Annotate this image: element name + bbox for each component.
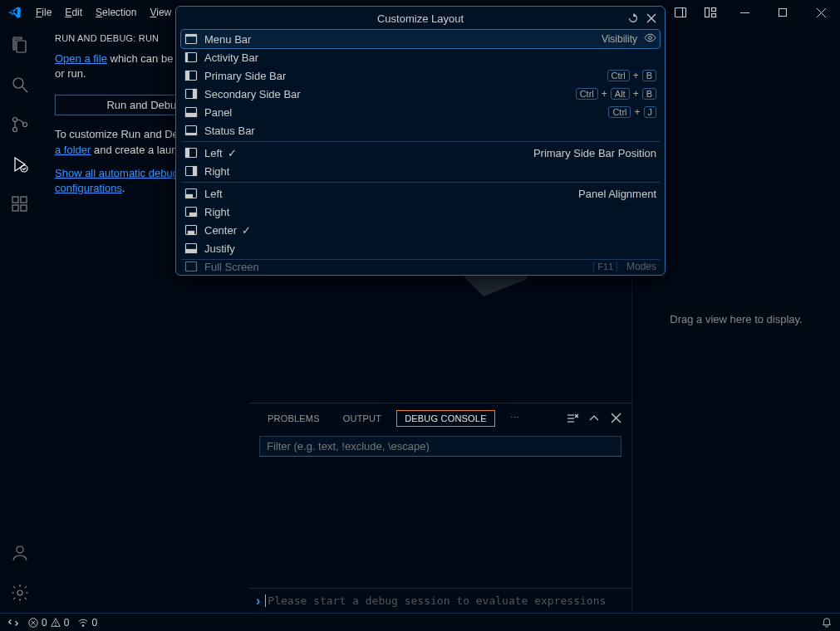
debug-input-row[interactable]: › Please start a debug session to evalua… bbox=[249, 588, 631, 613]
popup-row-secondary-sidebar[interactable]: Secondary Side Bar Ctrl+Alt+B bbox=[176, 85, 665, 103]
popup-row-panel[interactable]: Panel Ctrl+J bbox=[176, 103, 665, 121]
activity-bar-layout-icon bbox=[184, 51, 198, 64]
status-bar: 0 0 0 bbox=[0, 613, 840, 631]
popup-row-panel-left[interactable]: Left Panel Alignment bbox=[176, 184, 665, 203]
debug-input-placeholder: Please start a debug session to evaluate… bbox=[265, 594, 606, 607]
panel-layout-icon bbox=[184, 105, 198, 119]
svg-rect-22 bbox=[21, 197, 27, 203]
check-icon: ✓ bbox=[228, 147, 237, 159]
menu-view[interactable]: View bbox=[143, 3, 178, 22]
menu-bar-icon bbox=[184, 32, 198, 46]
popup-separator bbox=[181, 182, 660, 183]
svg-rect-20 bbox=[12, 205, 18, 211]
secondary-sidebar-layout-icon bbox=[184, 87, 198, 100]
panel: PROBLEMS OUTPUT DEBUG CONSOLE ⋯ › Please… bbox=[249, 403, 631, 613]
panel-left-icon bbox=[184, 187, 198, 200]
panel-center-icon bbox=[184, 223, 198, 237]
popup-row-menubar[interactable]: Menu Bar Visibility bbox=[181, 30, 660, 48]
fullscreen-icon bbox=[184, 262, 198, 271]
popup-separator bbox=[181, 259, 660, 260]
svg-rect-48 bbox=[186, 71, 189, 81]
svg-rect-64 bbox=[189, 232, 194, 235]
debug-filter-input[interactable] bbox=[259, 436, 621, 457]
menu-selection[interactable]: Selection bbox=[89, 3, 143, 22]
panel-justify-icon bbox=[184, 242, 198, 255]
show-all-configs-link[interactable]: Show all automatic debug configurations bbox=[55, 167, 179, 194]
menu-file[interactable]: FFileile bbox=[29, 3, 58, 22]
popup-row-primary-left[interactable]: Left ✓ Primary Side Bar Position bbox=[176, 144, 665, 162]
primary-sidebar-layout-icon bbox=[184, 69, 198, 82]
panel-tabs: PROBLEMS OUTPUT DEBUG CONSOLE ⋯ bbox=[249, 404, 631, 433]
popup-row-primary-sidebar[interactable]: Primary Side Bar Ctrl+B bbox=[176, 66, 665, 85]
chevron-right-icon: › bbox=[256, 594, 260, 609]
popup-row-panel-justify[interactable]: Justify bbox=[176, 239, 665, 257]
status-notifications-icon[interactable] bbox=[817, 617, 837, 629]
svg-point-38 bbox=[55, 625, 56, 626]
extensions-icon[interactable] bbox=[0, 184, 40, 224]
svg-rect-54 bbox=[186, 134, 197, 135]
menu-edit[interactable]: Edit bbox=[58, 3, 89, 22]
panel-close-icon[interactable] bbox=[607, 409, 625, 428]
svg-rect-4 bbox=[675, 8, 686, 17]
run-and-debug-icon[interactable] bbox=[0, 144, 40, 184]
svg-rect-60 bbox=[186, 195, 193, 198]
svg-line-14 bbox=[22, 87, 27, 92]
popup-reset-icon[interactable] bbox=[625, 10, 641, 27]
debug-console-body bbox=[249, 462, 631, 588]
popup-row-panel-right[interactable]: Right bbox=[176, 203, 665, 221]
status-errors[interactable]: 0 0 bbox=[23, 617, 73, 629]
settings-gear-icon[interactable] bbox=[0, 573, 40, 613]
open-file-link[interactable]: Open a file bbox=[55, 52, 107, 65]
customize-layout-popup: Customize Layout Menu Bar Visibility Act… bbox=[175, 6, 666, 276]
eye-icon bbox=[644, 32, 656, 46]
svg-point-13 bbox=[13, 78, 23, 88]
svg-rect-52 bbox=[186, 114, 197, 117]
panel-overflow-icon[interactable]: ⋯ bbox=[502, 409, 529, 427]
svg-rect-21 bbox=[21, 205, 27, 211]
svg-point-39 bbox=[83, 624, 85, 626]
svg-rect-58 bbox=[194, 167, 197, 176]
svg-rect-6 bbox=[705, 8, 710, 17]
popup-row-fullscreen[interactable]: Full Screen F11 Modes bbox=[176, 262, 665, 271]
svg-point-44 bbox=[649, 37, 652, 40]
svg-rect-8 bbox=[712, 14, 716, 17]
vscode-logo bbox=[0, 6, 29, 19]
popup-close-icon[interactable] bbox=[643, 10, 660, 27]
window-minimize-icon[interactable] bbox=[725, 0, 764, 25]
check-icon: ✓ bbox=[242, 224, 251, 237]
tab-output[interactable]: OUTPUT bbox=[335, 410, 390, 427]
svg-rect-19 bbox=[12, 197, 18, 203]
svg-rect-56 bbox=[186, 149, 189, 158]
svg-rect-66 bbox=[186, 250, 197, 253]
window-close-icon[interactable] bbox=[802, 0, 840, 25]
svg-rect-62 bbox=[190, 213, 197, 217]
statusbar-layout-icon bbox=[184, 124, 198, 137]
source-control-icon[interactable] bbox=[0, 105, 40, 144]
toggle-secondary-sidebar-icon[interactable] bbox=[666, 0, 695, 25]
popup-row-panel-center[interactable]: Center ✓ bbox=[176, 221, 665, 239]
popup-row-primary-right[interactable]: Right bbox=[176, 162, 665, 180]
svg-point-16 bbox=[13, 128, 17, 132]
search-icon[interactable] bbox=[0, 65, 40, 105]
tab-problems[interactable]: PROBLEMS bbox=[259, 410, 328, 427]
svg-point-18 bbox=[21, 165, 27, 172]
remote-status-icon[interactable] bbox=[3, 617, 23, 629]
tab-debug-console[interactable]: DEBUG CONSOLE bbox=[396, 410, 495, 427]
svg-point-23 bbox=[17, 546, 23, 553]
status-ports[interactable]: 0 bbox=[73, 617, 101, 629]
customize-layout-icon[interactable] bbox=[695, 0, 725, 25]
window-maximize-icon[interactable] bbox=[764, 0, 802, 25]
explorer-icon[interactable] bbox=[0, 25, 40, 65]
accounts-icon[interactable] bbox=[0, 533, 40, 573]
popup-row-statusbar[interactable]: Status Bar bbox=[176, 121, 665, 139]
svg-rect-43 bbox=[186, 35, 197, 37]
clear-console-icon[interactable] bbox=[563, 409, 582, 428]
panel-maximize-icon[interactable] bbox=[585, 409, 603, 428]
popup-header: Customize Layout bbox=[176, 7, 665, 30]
svg-rect-50 bbox=[194, 90, 197, 99]
svg-point-24 bbox=[17, 590, 22, 595]
debug-filter bbox=[259, 436, 621, 457]
popup-row-activitybar[interactable]: Activity Bar bbox=[176, 48, 665, 66]
svg-rect-7 bbox=[712, 8, 716, 12]
svg-rect-46 bbox=[186, 53, 188, 62]
